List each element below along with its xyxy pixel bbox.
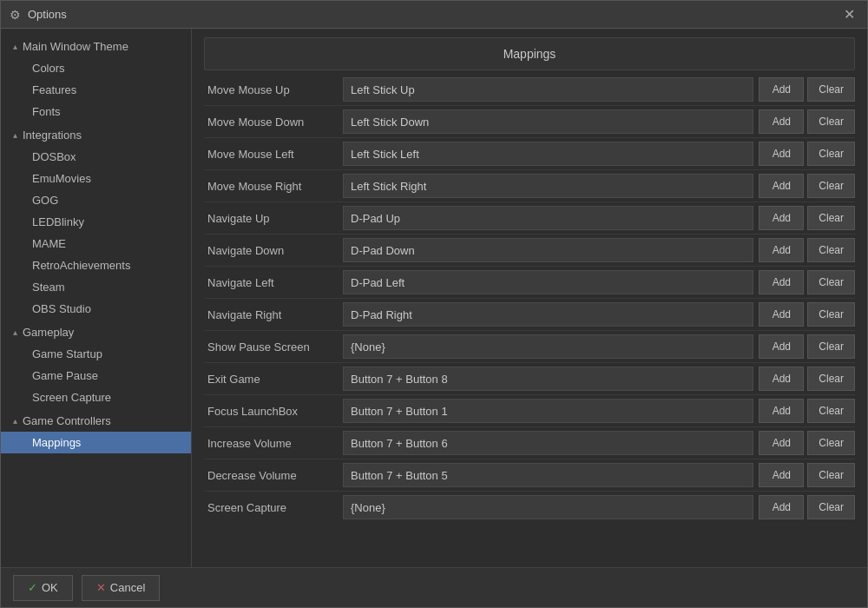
sidebar-item-colors[interactable]: Colors xyxy=(1,57,191,79)
mapping-clear-button[interactable]: Clear xyxy=(807,367,855,391)
sidebar-item-screen-capture[interactable]: Screen Capture xyxy=(1,387,191,408)
mapping-value-input[interactable] xyxy=(343,367,753,391)
mapping-label: Navigate Up xyxy=(204,212,343,225)
sidebar-section-game-controllers: ▴Game ControllersMappings xyxy=(1,410,191,453)
mapping-value-input[interactable] xyxy=(343,431,753,455)
ok-icon: ✓ xyxy=(28,581,37,594)
sidebar-item-ledblinky[interactable]: LEDBlinky xyxy=(1,211,191,233)
mapping-clear-button[interactable]: Clear xyxy=(807,270,855,294)
mapping-label: Navigate Left xyxy=(204,276,343,289)
sidebar-item-emumovies[interactable]: EmuMovies xyxy=(1,168,191,189)
mapping-add-button[interactable]: Add xyxy=(759,206,804,230)
mapping-label: Move Mouse Up xyxy=(204,83,343,96)
mapping-clear-button[interactable]: Clear xyxy=(807,399,855,423)
mapping-clear-button[interactable]: Clear xyxy=(807,206,855,230)
mapping-clear-button[interactable]: Clear xyxy=(807,431,855,455)
options-icon: ⚙ xyxy=(10,8,21,22)
mapping-add-button[interactable]: Add xyxy=(759,367,804,391)
sidebar-item-mappings[interactable]: Mappings xyxy=(1,432,191,453)
mapping-value-input[interactable] xyxy=(343,463,753,487)
titlebar-title: Options xyxy=(28,8,67,21)
mapping-label: Focus LaunchBox xyxy=(204,405,343,418)
cancel-icon: ✕ xyxy=(96,581,106,594)
sidebar-item-features[interactable]: Features xyxy=(1,79,191,101)
sidebar-section-header-main-window-theme[interactable]: ▴Main Window Theme xyxy=(1,36,191,57)
mapping-row: Move Mouse LeftAddClear xyxy=(204,138,855,170)
mapping-label: Move Mouse Left xyxy=(204,148,343,161)
mapping-clear-button[interactable]: Clear xyxy=(807,142,855,166)
mapping-value-input[interactable] xyxy=(343,334,753,359)
mapping-add-button[interactable]: Add xyxy=(759,463,804,487)
section-label: Main Window Theme xyxy=(23,40,128,53)
close-button[interactable]: ✕ xyxy=(840,6,858,23)
cancel-label: Cancel xyxy=(110,581,145,594)
mapping-value-input[interactable] xyxy=(343,174,753,198)
mapping-label: Move Mouse Down xyxy=(204,116,343,129)
sidebar-item-fonts[interactable]: Fonts xyxy=(1,101,191,122)
sidebar-item-mame[interactable]: MAME xyxy=(1,233,191,254)
mapping-add-button[interactable]: Add xyxy=(759,238,804,262)
ok-label: OK xyxy=(42,581,58,594)
ok-button[interactable]: ✓ OK xyxy=(13,575,73,601)
mapping-row: Decrease VolumeAddClear xyxy=(204,459,855,492)
mapping-add-button[interactable]: Add xyxy=(759,142,804,166)
mapping-add-button[interactable]: Add xyxy=(759,174,804,198)
sidebar-section-header-integrations[interactable]: ▴Integrations xyxy=(1,124,191,146)
mapping-value-input[interactable] xyxy=(343,238,753,262)
mapping-value-input[interactable] xyxy=(343,302,753,327)
mapping-clear-button[interactable]: Clear xyxy=(807,463,855,487)
sidebar-item-steam[interactable]: Steam xyxy=(1,276,191,298)
mapping-clear-button[interactable]: Clear xyxy=(807,77,855,102)
mapping-add-button[interactable]: Add xyxy=(759,495,804,519)
sidebar-item-game-pause[interactable]: Game Pause xyxy=(1,365,191,387)
mapping-label: Move Mouse Right xyxy=(204,180,343,193)
dialog-footer: ✓ OK ✕ Cancel xyxy=(1,567,867,607)
sidebar-section-header-gameplay[interactable]: ▴Gameplay xyxy=(1,321,191,343)
mapping-add-button[interactable]: Add xyxy=(759,270,804,294)
mapping-value-input[interactable] xyxy=(343,495,753,519)
arrow-icon: ▴ xyxy=(13,130,17,140)
mapping-add-button[interactable]: Add xyxy=(759,302,804,327)
mapping-value-input[interactable] xyxy=(343,109,753,134)
sidebar: ▴Main Window ThemeColorsFeaturesFonts▴In… xyxy=(1,29,192,567)
options-dialog: ⚙ Options ✕ ▴Main Window ThemeColorsFeat… xyxy=(0,0,868,608)
sidebar-item-gog[interactable]: GOG xyxy=(1,189,191,211)
mapping-value-input[interactable] xyxy=(343,270,753,294)
mapping-clear-button[interactable]: Clear xyxy=(807,302,855,327)
mappings-table: Move Mouse UpAddClearMove Mouse DownAddC… xyxy=(204,74,855,523)
mapping-value-input[interactable] xyxy=(343,77,753,102)
mapping-add-button[interactable]: Add xyxy=(759,399,804,423)
sidebar-item-obs-studio[interactable]: OBS Studio xyxy=(1,298,191,320)
mapping-label: Exit Game xyxy=(204,373,343,386)
main-content: Mappings Move Mouse UpAddClearMove Mouse… xyxy=(192,29,867,567)
mapping-clear-button[interactable]: Clear xyxy=(807,109,855,134)
sidebar-item-game-startup[interactable]: Game Startup xyxy=(1,343,191,365)
mappings-header: Mappings xyxy=(204,37,855,70)
mapping-label: Decrease Volume xyxy=(204,469,343,482)
sidebar-item-dosbox[interactable]: DOSBox xyxy=(1,146,191,168)
cancel-button[interactable]: ✕ Cancel xyxy=(82,575,160,601)
mapping-clear-button[interactable]: Clear xyxy=(807,495,855,519)
mapping-add-button[interactable]: Add xyxy=(759,334,804,359)
mapping-label: Increase Volume xyxy=(204,437,343,450)
mapping-row: Navigate UpAddClear xyxy=(204,202,855,235)
mapping-add-button[interactable]: Add xyxy=(759,109,804,134)
mapping-value-input[interactable] xyxy=(343,142,753,166)
sidebar-item-retroachievements[interactable]: RetroAchievements xyxy=(1,254,191,276)
mapping-row: Screen CaptureAddClear xyxy=(204,492,855,523)
mapping-add-button[interactable]: Add xyxy=(759,431,804,455)
mapping-clear-button[interactable]: Clear xyxy=(807,334,855,359)
mapping-row: Exit GameAddClear xyxy=(204,363,855,395)
mapping-row: Focus LaunchBoxAddClear xyxy=(204,395,855,427)
sidebar-section-header-game-controllers[interactable]: ▴Game Controllers xyxy=(1,410,191,432)
titlebar-left: ⚙ Options xyxy=(10,8,67,22)
sidebar-section-gameplay: ▴GameplayGame StartupGame PauseScreen Ca… xyxy=(1,321,191,408)
mapping-clear-button[interactable]: Clear xyxy=(807,238,855,262)
mapping-row: Move Mouse DownAddClear xyxy=(204,106,855,138)
mapping-add-button[interactable]: Add xyxy=(759,77,804,102)
titlebar: ⚙ Options ✕ xyxy=(1,1,867,29)
arrow-icon: ▴ xyxy=(13,42,17,51)
mapping-clear-button[interactable]: Clear xyxy=(807,174,855,198)
mapping-value-input[interactable] xyxy=(343,399,753,423)
mapping-value-input[interactable] xyxy=(343,206,753,230)
